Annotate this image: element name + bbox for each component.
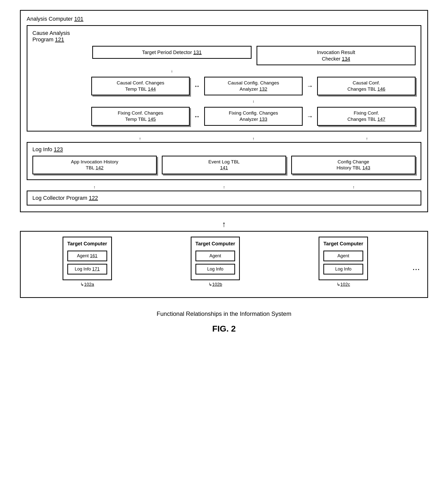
log-collector-program-box: Log Collector Program 122 [27, 191, 421, 205]
arrow-lr-2: ↔ [194, 113, 200, 120]
analysis-computer-ref: 101 [74, 16, 84, 22]
event-log-tbl-box: Event Log TBL141 [162, 156, 286, 174]
tc2-loginfo-box: Log Info [195, 264, 235, 274]
aiht-ref: 142 [95, 165, 103, 170]
arrow-up-left: ↑ [90, 137, 189, 141]
app-invocation-history-tbl-box: App Invocation HistoryTBL 142 [32, 156, 157, 174]
fcct-ref: 145 [148, 117, 156, 122]
invocation-result-checker-box: Invocation ResultChecker 134 [257, 46, 416, 65]
tc1-agent-ref: 161 [90, 253, 97, 258]
arrow-r-2: → [307, 113, 313, 120]
causal-config-changes-analyzer-box: Causal Config. ChangesAnalyzer 132 [204, 77, 303, 95]
log-info-ref: 123 [54, 146, 63, 152]
cause-analysis-program-box: Cause AnalysisProgram 121 Target Period … [27, 25, 421, 132]
ccht-ref: 143 [362, 165, 370, 170]
target-computer-3-box: Target Computer Agent Log Info [319, 237, 368, 280]
fcca-ref: 133 [259, 117, 267, 122]
arrow-r-1: → [307, 82, 313, 90]
fixing-conf-changes-tbl-box: Fixing Conf.Changes TBL 147 [317, 107, 416, 126]
fixing-config-changes-analyzer-box: Fixing Config. ChangesAnalyzer 133 [204, 107, 303, 126]
arrow-down-to-targets: ↑ [222, 220, 226, 229]
diagram-wrapper: Analysis Computer 101 Cause AnalysisProg… [20, 10, 428, 334]
tc3-label: Target Computer [323, 241, 363, 247]
log-info-inner: App Invocation HistoryTBL 142 Event Log … [32, 156, 416, 174]
target-period-detector-box: Target Period Detector 131 [92, 46, 252, 59]
arrow-down-tpd: ↓ [92, 69, 252, 73]
fig-label: FIG. 2 [212, 324, 236, 334]
caption: Functional Relationships in the Informat… [157, 310, 291, 317]
analysis-computer-label: Analysis Computer 101 [27, 16, 421, 22]
arrow-up-center: ↑ [204, 137, 303, 141]
arrow-up-lc-center: ↑ [161, 185, 287, 190]
arrow-down-ccca: ↓ [204, 99, 303, 103]
tpd-line1: Target Period Detector [142, 50, 192, 55]
causal-conf-changes-temp-tbl-box: Causal Conf. ChangesTemp TBL 144 [91, 77, 190, 95]
tc2-ref-label: ↳102b [208, 282, 222, 287]
log-collector-label: Log Collector Program [32, 195, 87, 201]
target-computers-outer-box: Target Computer Agent 161 Log Info 171 ↳… [20, 231, 428, 298]
arrow-up-right: ↑ [317, 137, 416, 141]
fcc-ref: 147 [377, 117, 385, 122]
target-computer-2-box: Target Computer Agent Log Info [191, 237, 240, 280]
tc1-loginfo-box: Log Info 171 [67, 264, 107, 274]
target-computer-2-wrapper: Target Computer Agent Log Info ↳102b [156, 237, 274, 287]
tc1-ref-label: ↳102a [80, 282, 94, 287]
target-computer-1-wrapper: Target Computer Agent 161 Log Info 171 ↳… [28, 237, 146, 287]
tc3-agent-box: Agent [323, 251, 363, 261]
arrow-up-lc-left: ↑ [32, 185, 157, 190]
config-change-history-tbl-box: Config ChangeHistory TBL 143 [291, 156, 416, 174]
tc1-loginfo-ref: 171 [92, 267, 100, 272]
tc2-label: Target Computer [195, 241, 235, 247]
fixing-conf-changes-temp-tbl-box: Fixing Conf. ChangesTemp TBL 145 [91, 107, 190, 126]
tc2-agent-box: Agent [195, 251, 235, 261]
elt-ref: 141 [220, 165, 228, 170]
cap-inner: Target Period Detector 131 Invocation Re… [32, 46, 416, 126]
log-info-label: Log Info 123 [32, 146, 416, 153]
tc1-label: Target Computer [67, 241, 107, 247]
arrow-lr-1: ↔ [194, 82, 200, 90]
cap-label: Cause AnalysisProgram 121 [32, 30, 416, 43]
irc-ref: 134 [342, 56, 350, 62]
tc3-loginfo-box: Log Info [323, 264, 363, 274]
arrow-up-lc-right: ↑ [291, 185, 416, 190]
log-collector-ref: 122 [89, 195, 98, 201]
log-info-section: Log Info 123 App Invocation HistoryTBL 1… [27, 142, 421, 180]
causal-conf-changes-tbl-box: Causal Conf.Changes TBL 146 [317, 77, 416, 95]
tc1-agent-box: Agent 161 [67, 251, 107, 261]
ccca-ref: 132 [259, 86, 267, 92]
analysis-computer-box: Analysis Computer 101 Cause AnalysisProg… [20, 10, 428, 212]
ellipsis-label: ... [412, 262, 420, 272]
cap-ref: 121 [55, 36, 64, 43]
target-computer-3-wrapper: Target Computer Agent Log Info ↳102c [284, 237, 402, 287]
tpd-ref: 131 [193, 50, 201, 55]
tc3-ref-label: ↳102c [337, 282, 350, 287]
ccct-ref: 144 [148, 86, 156, 92]
target-computer-1-box: Target Computer Agent 161 Log Info 171 [63, 237, 112, 280]
ccc-ref: 146 [377, 86, 385, 92]
